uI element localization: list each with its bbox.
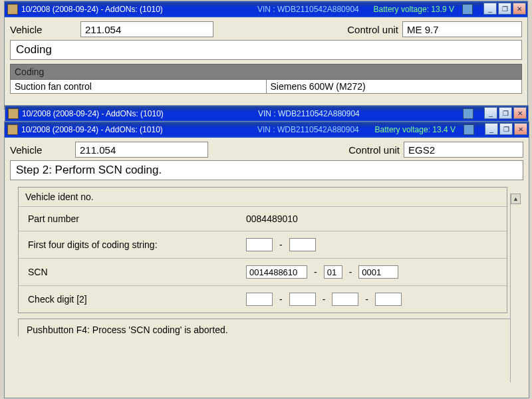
close-button[interactable]: ✕ <box>514 123 527 135</box>
titlebar[interactable]: 10/2008 (2008-09-24) - AddONs: (1010) VI… <box>5 1 527 17</box>
part-number-row: Part number 0084489010 <box>19 207 507 231</box>
window-buttons: _ ❐ ✕ <box>484 107 527 119</box>
window-title: 10/2008 (2008-09-24) - AddONs: (1010) <box>21 125 163 134</box>
part-number-label: Part number <box>28 213 241 224</box>
vehicle-field[interactable]: 211.054 <box>75 142 208 158</box>
app-icon <box>8 108 19 119</box>
check-input-a[interactable] <box>246 293 273 306</box>
vehicle-label: Vehicle <box>10 144 71 156</box>
scn-input-c[interactable]: 0001 <box>358 265 398 279</box>
part-number-value: 0084489010 <box>246 213 298 224</box>
vehicle-ident-label: Vehicle ident no. <box>19 188 507 207</box>
dash: - <box>314 267 317 277</box>
scrollbar[interactable]: ▲ <box>510 194 521 382</box>
close-button[interactable]: ✕ <box>513 3 526 15</box>
first-four-input-a[interactable] <box>246 238 273 251</box>
restore-button[interactable]: ❐ <box>499 107 512 119</box>
minimize-button[interactable]: _ <box>485 123 498 135</box>
check-input-c[interactable] <box>332 293 358 306</box>
control-unit-field[interactable]: EGS2 <box>404 142 523 158</box>
app-icon <box>7 4 18 15</box>
status-icon <box>463 108 473 119</box>
param-name-cell: Suction fan control <box>11 80 267 93</box>
table-header: Coding <box>10 64 522 80</box>
content-area: Vehicle 211.054 Control unit EGS2 Step 2… <box>5 138 529 398</box>
scroll-up-icon[interactable]: ▲ <box>511 194 521 204</box>
dash: - <box>323 294 326 305</box>
vin-label: VIN : WDB2110542A880904 <box>258 109 360 118</box>
status-icon <box>462 4 473 15</box>
first-four-label: First four digits of coding string: <box>28 239 241 250</box>
dash: - <box>349 267 352 277</box>
param-value-cell: Siemens 600W (M272) <box>267 80 522 93</box>
scn-panel: Vehicle ident no. Part number 0084489010… <box>18 187 507 313</box>
window-title: 10/2008 (2008-09-24) - AddONs: (1010) <box>21 5 163 14</box>
vin-label: VIN : WDB2110542A880904 <box>257 125 359 134</box>
control-unit-label: Control unit <box>347 24 398 35</box>
vehicle-label: Vehicle <box>10 24 76 35</box>
step-title: Step 2: Perform SCN coding. <box>10 160 523 180</box>
scn-input-b[interactable]: 01 <box>324 265 342 279</box>
minimize-button[interactable]: _ <box>484 107 497 119</box>
titlebar[interactable]: 10/2008 (2008-09-24) - AddONs: (1010) VI… <box>5 106 528 122</box>
window-scn-coding-egs2: 10/2008 (2008-09-24) - AddONs: (1010) VI… <box>4 121 529 398</box>
control-unit-label: Control unit <box>348 144 400 156</box>
panel-body: Part number 0084489010 First four digits… <box>19 207 507 313</box>
status-icon <box>464 124 474 135</box>
dash: - <box>279 294 283 305</box>
window-title: 10/2008 (2008-09-24) - AddONs: (1010) <box>22 109 164 118</box>
first-four-input-b[interactable] <box>289 238 316 251</box>
vehicle-field[interactable]: 211.054 <box>80 21 213 37</box>
restore-button[interactable]: ❐ <box>498 3 511 15</box>
vin-label: VIN : WDB2110542A880904 <box>257 5 359 14</box>
dash: - <box>365 294 368 305</box>
battery-voltage-label: Battery voltage: 13.9 V <box>374 5 454 14</box>
restore-button[interactable]: ❐ <box>499 123 513 135</box>
section-title: Coding <box>10 40 522 60</box>
table-row[interactable]: Suction fan control Siemens 600W (M272) <box>10 80 522 94</box>
first-four-row: First four digits of coding string: - <box>19 231 507 258</box>
content-area: Vehicle 211.054 Control unit ME 9.7 Codi… <box>5 17 527 98</box>
check-digit-label: Check digit [2] <box>28 294 241 305</box>
close-button[interactable]: ✕ <box>513 107 527 119</box>
window-buttons: _ ❐ ✕ <box>485 123 527 135</box>
titlebar[interactable]: 10/2008 (2008-09-24) - AddONs: (1010) VI… <box>5 122 529 138</box>
dash: - <box>279 239 283 250</box>
scn-input-a[interactable]: 0014488610 <box>246 265 307 279</box>
check-input-b[interactable] <box>289 293 316 306</box>
check-digit-row: Check digit [2] - - - <box>19 285 507 313</box>
battery-voltage-label: Battery voltage: 13.4 V <box>375 125 456 134</box>
control-unit-field[interactable]: ME 9.7 <box>402 21 522 37</box>
app-icon <box>7 124 18 135</box>
window-buttons: _ ❐ ✕ <box>483 3 526 15</box>
footer-status: Pushbutton F4: Process 'SCN coding' is a… <box>18 319 515 336</box>
check-input-d[interactable] <box>375 293 402 306</box>
scn-row: SCN 0014488610 - 01 - 0001 <box>19 258 507 285</box>
scn-label: SCN <box>28 267 241 277</box>
minimize-button[interactable]: _ <box>483 3 497 15</box>
window-coding-me97: 10/2008 (2008-09-24) - AddONs: (1010) VI… <box>4 1 528 110</box>
